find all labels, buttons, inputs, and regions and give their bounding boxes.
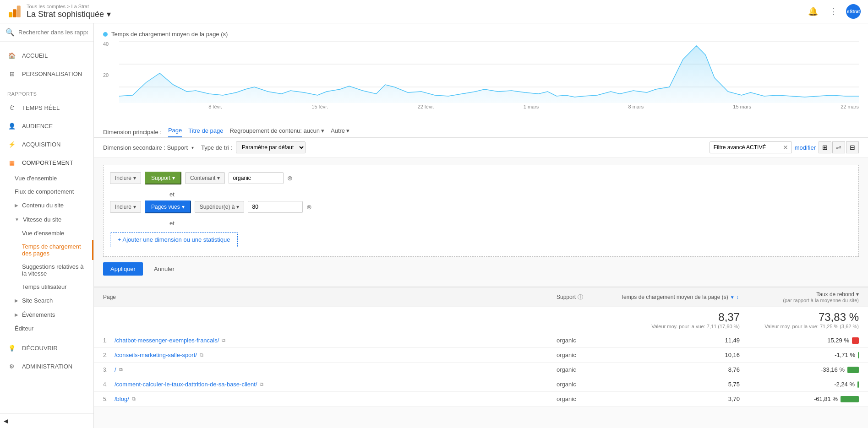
tab-titre-page[interactable]: Titre de page	[188, 127, 223, 137]
sidebar-sub-flux[interactable]: Flux de comportement	[0, 185, 93, 198]
sidebar-item-acquisition[interactable]: ⚡ ACQUISITION	[0, 135, 93, 153]
arrow-down-icon: ▼	[15, 217, 19, 222]
bounce-bar	[841, 396, 859, 402]
filter-and-label2: et	[160, 220, 184, 227]
page-link[interactable]: /comment-calculer-le-taux-dattrition-de-…	[115, 381, 257, 388]
filter-and-row2: et	[110, 217, 852, 229]
page-link[interactable]: /conseils-marketing-salle-sport/	[115, 352, 197, 358]
sidebar-sub-site-search[interactable]: ▶ Site Search	[0, 293, 93, 308]
row-bounce: 15,29 %	[740, 337, 859, 344]
tab-regroupement[interactable]: Regroupement de contenu: aucun ▾	[229, 127, 324, 137]
sidebar: 🔍 🏠 ACCUEIL ⊞ PERSONNALISATION Rapports …	[0, 23, 94, 428]
clock-icon: ⏱	[7, 103, 16, 112]
support-info-icon[interactable]: ⓘ	[578, 293, 583, 301]
filter1-clear-icon[interactable]: ⊗	[287, 174, 293, 182]
table-view-icon[interactable]: ⊞	[819, 141, 831, 153]
filter2-include-btn[interactable]: Inclure ▾	[110, 201, 141, 213]
header-title-area: Tous les comptes > La Strat La Strat sop…	[27, 4, 111, 19]
arrow-right-icon: ▶	[15, 203, 18, 208]
filter2-clear-icon[interactable]: ⊗	[306, 203, 312, 211]
adv-filter-input[interactable]	[710, 141, 792, 153]
filter-row-2: Inclure ▾ Pages vues ▾ Supérieur(e) à ▾ …	[110, 200, 852, 213]
filter-and-row1: et	[110, 188, 852, 200]
sidebar-item-decouvrir[interactable]: 💡 DÉCOUVRIR	[0, 339, 93, 357]
row-page-link[interactable]: /chatbot-messenger-exemples-francais/ ⧉	[115, 337, 557, 344]
sidebar-item-temps-reel[interactable]: ⏱ TEMPS RÉEL	[0, 98, 93, 117]
table-row: 2. /conseils-marketing-salle-sport/ ⧉ or…	[94, 348, 868, 363]
more-options-icon[interactable]: ⋮	[826, 4, 841, 19]
x-axis: 8 févr. 15 févr. 22 févr. 1 mars 8 mars …	[119, 104, 859, 109]
page-link[interactable]: /chatbot-messenger-exemples-francais/	[115, 337, 219, 344]
header-title-dropdown[interactable]: ▾	[107, 9, 111, 19]
filter-clear-icon[interactable]: ✕	[783, 144, 788, 151]
sidebar-sub-suggestions[interactable]: Suggestions relatives à la vitesse	[0, 260, 93, 280]
sidebar-sub-contenu[interactable]: ▶ Contenu du site	[0, 198, 93, 212]
page-icon: ⧉	[260, 381, 263, 387]
sidebar-sub-editeur[interactable]: Éditeur	[0, 322, 93, 335]
col-bounce-sub: (par rapport à la moyenne du site)	[783, 298, 859, 303]
sort-type-label: Type de tri :	[201, 144, 232, 151]
compare-view-icon[interactable]: ⇌	[832, 141, 845, 153]
row-loadtime: 3,70	[621, 395, 740, 402]
row-support: organic	[557, 366, 621, 373]
header-breadcrumb: Tous les comptes > La Strat	[27, 4, 111, 9]
filter2-operator-btn[interactable]: Supérieur(e) à ▾	[195, 201, 245, 213]
sidebar-item-personnalisation[interactable]: ⊞ PERSONNALISATION	[0, 65, 93, 83]
sidebar-sub-vue-ensemble[interactable]: Vue d'ensemble	[0, 172, 93, 185]
row-page-link[interactable]: /blog/ ⧉	[115, 395, 557, 402]
bounce-value: -33,16 %	[821, 366, 845, 373]
filter2-value-input[interactable]	[248, 201, 303, 213]
cancel-button[interactable]: Annuler	[147, 262, 182, 276]
filter1-operator-btn[interactable]: Contenant ▾	[185, 172, 225, 184]
y-axis: 40 20	[103, 41, 117, 103]
chevron-down-icon5: ▾	[182, 204, 185, 210]
chart-area: Temps de chargement moyen de la page (s)…	[94, 23, 868, 122]
row-loadtime: 8,76	[621, 366, 740, 373]
col-page-header: Page	[103, 294, 557, 300]
row-page-link[interactable]: / ⧉	[115, 366, 557, 373]
apply-button[interactable]: Appliquer	[103, 262, 143, 276]
tab-page[interactable]: Page	[168, 127, 182, 137]
sidebar-item-administration[interactable]: ⚙ ADMINISTRATION	[0, 357, 93, 375]
row-loadtime: 10,16	[621, 352, 740, 358]
sidebar-sub-temps-chargement[interactable]: Temps de chargement des pages	[0, 240, 93, 260]
filter-row-1: Inclure ▾ Support ▾ Contenant ▾ ⊗	[110, 172, 852, 184]
chart-legend: Temps de chargement moyen de la page (s)	[103, 31, 859, 38]
arrow-right-icon3: ▶	[15, 312, 18, 317]
page-link[interactable]: /blog/	[115, 395, 129, 402]
sidebar-item-comportement[interactable]: ▦ COMPORTEMENT	[0, 153, 93, 172]
filter-modify-link[interactable]: modifier	[795, 144, 816, 151]
notification-icon[interactable]: 🔔	[806, 4, 820, 19]
summary-bounce: 73,83 % Valeur moy. pour la vue: 71,25 %…	[740, 311, 859, 329]
sidebar-sub-evenements[interactable]: ▶ Évènements	[0, 308, 93, 322]
filter1-include-btn[interactable]: Inclure ▾	[110, 172, 141, 184]
filter2-dimension-btn[interactable]: Pages vues ▾	[145, 200, 191, 213]
bounce-dropdown-icon[interactable]: ▾	[856, 291, 859, 298]
chevron-down-icon: ▾	[133, 175, 136, 181]
filter1-value-input[interactable]	[229, 172, 284, 184]
tab-autre[interactable]: Autre ▾	[331, 127, 349, 137]
search-input[interactable]	[18, 29, 88, 36]
add-dimension-btn[interactable]: + Ajouter une dimension ou une statistiq…	[110, 232, 238, 247]
row-page-link[interactable]: /conseils-marketing-salle-sport/ ⧉	[115, 352, 557, 358]
sort-type-select[interactable]: Paramètre par défaut	[236, 141, 306, 153]
loadtime-sort-up-icon[interactable]: ↕	[737, 295, 739, 300]
sidebar-item-accueil[interactable]: 🏠 ACCUEIL	[0, 46, 93, 65]
sidebar-sub-vitesse[interactable]: ▼ Vitesse du site	[0, 212, 93, 227]
sidebar-sub-vue-ensemble-vitesse[interactable]: Vue d'ensemble	[0, 227, 93, 240]
sidebar-item-audience[interactable]: 👤 AUDIENCE	[0, 117, 93, 135]
table-summary-row: 8,37 Valeur moy. pour la vue: 7,11 (17,6…	[94, 307, 868, 333]
chevron-icon2: ▾	[346, 127, 349, 134]
sidebar-collapse-button[interactable]: ◀	[0, 413, 93, 428]
avatar[interactable]: nStrat	[846, 4, 861, 19]
row-page-link[interactable]: /comment-calculer-le-taux-dattrition-de-…	[115, 381, 557, 388]
row-loadtime: 11,49	[621, 337, 740, 344]
sidebar-sub-temps-utilisateur[interactable]: Temps utilisateur	[0, 280, 93, 293]
filter1-dimension-btn[interactable]: Support ▾	[145, 172, 181, 184]
bounce-value: -61,81 %	[814, 395, 838, 402]
pivot-view-icon[interactable]: ⊟	[846, 141, 859, 153]
loadtime-sort-icon[interactable]: ▼	[730, 295, 735, 300]
page-link[interactable]: /	[115, 366, 116, 373]
chevron-dim-icon[interactable]: ▾	[191, 145, 194, 150]
table-row: 5. /blog/ ⧉ organic 3,70 -61,81 %	[94, 392, 868, 406]
